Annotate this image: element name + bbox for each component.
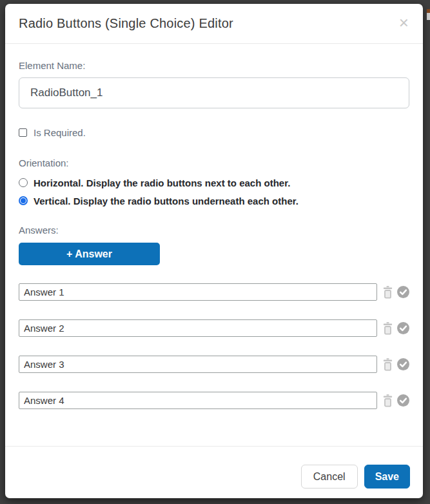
trash-icon: [383, 286, 393, 299]
radio-unselected-icon[interactable]: [19, 178, 28, 187]
orientation-radio-group: Horizontal. Display the radio buttons ne…: [19, 174, 409, 210]
delete-answer-button[interactable]: [383, 286, 393, 299]
cancel-button[interactable]: Cancel: [301, 465, 358, 489]
delete-answer-button[interactable]: [383, 322, 393, 335]
close-icon[interactable]: ×: [396, 14, 411, 31]
answer-input-1[interactable]: [19, 283, 377, 301]
trash-icon: [383, 322, 393, 335]
element-name-input[interactable]: [19, 77, 409, 108]
check-circle-icon: [397, 358, 409, 370]
orientation-option-vertical-label: Vertical. Display the radio buttons unde…: [34, 196, 298, 207]
background-page-artifact: [427, 9, 430, 20]
answer-input-4[interactable]: [19, 392, 377, 409]
radio-buttons-editor-dialog: Radio Buttons (Single Choice) Editor × E…: [5, 4, 423, 498]
answer-row: [19, 356, 409, 373]
check-circle-icon: [397, 394, 409, 407]
dialog-body: Element Name: Is Required. Orientation: …: [5, 44, 423, 409]
orientation-option-vertical[interactable]: Vertical. Display the radio buttons unde…: [19, 192, 409, 210]
dialog-footer: Cancel Save: [5, 446, 423, 498]
delete-answer-button[interactable]: [383, 394, 393, 407]
dialog-header: Radio Buttons (Single Choice) Editor ×: [5, 4, 423, 44]
add-answer-button[interactable]: + Answer: [19, 243, 160, 265]
check-circle-icon: [397, 322, 409, 334]
confirm-answer-button[interactable]: [397, 286, 409, 298]
answer-input-3[interactable]: [19, 356, 377, 373]
element-name-label: Element Name:: [19, 60, 409, 72]
answer-input-2[interactable]: [19, 319, 377, 337]
trash-icon: [383, 394, 393, 407]
confirm-answer-button[interactable]: [397, 358, 409, 370]
confirm-answer-button[interactable]: [397, 394, 409, 407]
dialog-title: Radio Buttons (Single Choice) Editor: [19, 16, 233, 31]
is-required-checkbox[interactable]: [19, 128, 27, 137]
orientation-option-horizontal[interactable]: Horizontal. Display the radio buttons ne…: [19, 174, 409, 192]
answer-row: [19, 319, 409, 337]
is-required-label: Is Required.: [34, 127, 86, 138]
trash-icon: [383, 358, 393, 371]
check-circle-icon: [397, 286, 409, 298]
answer-row: [19, 392, 409, 409]
answers-label: Answers:: [19, 225, 409, 236]
delete-answer-button[interactable]: [383, 358, 393, 371]
orientation-option-horizontal-label: Horizontal. Display the radio buttons ne…: [34, 177, 290, 188]
radio-selected-icon[interactable]: [19, 196, 28, 205]
orientation-label: Orientation:: [19, 157, 409, 169]
confirm-answer-button[interactable]: [397, 322, 409, 334]
answer-list: [19, 283, 409, 409]
answer-row: [19, 283, 409, 301]
is-required-row: Is Required.: [19, 127, 409, 138]
save-button[interactable]: Save: [364, 465, 410, 489]
